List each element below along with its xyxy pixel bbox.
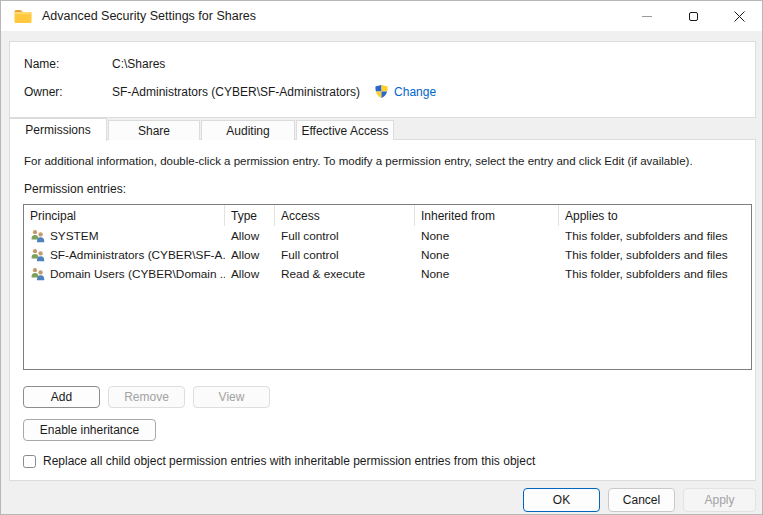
cell-applies-to: This folder, subfolders and files (559, 264, 751, 283)
ok-button[interactable]: OK (523, 488, 600, 512)
cell-access: Full control (275, 245, 415, 264)
view-button[interactable]: View (193, 386, 270, 408)
apply-button[interactable]: Apply (683, 488, 756, 512)
column-header-inherited-from[interactable]: Inherited from (415, 205, 559, 226)
owner-label: Owner: (24, 85, 112, 99)
name-label: Name: (24, 57, 112, 71)
table-header-row: Principal Type Access Inherited from App… (24, 205, 751, 226)
users-group-icon (30, 248, 46, 262)
table-row[interactable]: SYSTEM Allow Full control None This fold… (24, 226, 751, 245)
cancel-button[interactable]: Cancel (608, 488, 675, 512)
replace-child-permissions-label: Replace all child object permission entr… (43, 454, 535, 468)
change-owner-link[interactable]: Change (394, 85, 436, 99)
close-icon (734, 11, 745, 22)
tab-effective-access[interactable]: Effective Access (296, 120, 394, 140)
column-header-applies-to[interactable]: Applies to (559, 205, 751, 226)
permission-entries-label: Permission entries: (24, 182, 126, 196)
tab-share[interactable]: Share (108, 120, 200, 140)
add-button[interactable]: Add (23, 386, 100, 408)
cell-type: Allow (225, 264, 275, 283)
tab-auditing[interactable]: Auditing (201, 120, 295, 140)
cell-principal: Domain Users (CYBER\Domain ... (50, 267, 225, 281)
column-header-access[interactable]: Access (275, 205, 415, 226)
cell-type: Allow (225, 245, 275, 264)
users-group-icon (30, 229, 46, 243)
users-group-icon (30, 267, 46, 281)
column-header-type[interactable]: Type (225, 205, 275, 226)
cell-inherited-from: None (415, 245, 559, 264)
cell-inherited-from: None (415, 226, 559, 245)
folder-icon (14, 9, 32, 24)
info-text: For additional information, double-click… (24, 155, 745, 167)
name-value: C:\Shares (112, 57, 165, 71)
title-bar: Advanced Security Settings for Shares (1, 1, 762, 31)
cell-principal: SYSTEM (50, 229, 99, 243)
maximize-icon (689, 12, 698, 21)
remove-button[interactable]: Remove (108, 386, 185, 408)
cell-access: Full control (275, 226, 415, 245)
cell-inherited-from: None (415, 264, 559, 283)
minimize-icon (642, 16, 652, 17)
table-row[interactable]: Domain Users (CYBER\Domain ... Allow Rea… (24, 264, 751, 283)
minimize-button[interactable] (624, 1, 670, 31)
tab-bar: Permissions Share Auditing Effective Acc… (9, 118, 395, 140)
window-title: Advanced Security Settings for Shares (42, 9, 256, 23)
tab-permissions[interactable]: Permissions (9, 118, 107, 141)
column-header-principal[interactable]: Principal (24, 205, 225, 226)
maximize-button[interactable] (670, 1, 716, 31)
close-button[interactable] (716, 1, 762, 31)
cell-applies-to: This folder, subfolders and files (559, 226, 751, 245)
cell-principal: SF-Administrators (CYBER\SF-A... (50, 248, 225, 262)
cell-applies-to: This folder, subfolders and files (559, 245, 751, 264)
replace-child-permissions-checkbox[interactable] (23, 455, 36, 468)
advanced-security-settings-dialog: Advanced Security Settings for Shares Na… (0, 0, 763, 515)
cell-access: Read & execute (275, 264, 415, 283)
cell-type: Allow (225, 226, 275, 245)
table-row[interactable]: SF-Administrators (CYBER\SF-A... Allow F… (24, 245, 751, 264)
enable-inheritance-button[interactable]: Enable inheritance (23, 419, 156, 441)
uac-shield-icon (374, 84, 389, 99)
object-header-panel: Name: C:\Shares Owner: SF-Administrators… (9, 41, 756, 118)
owner-value: SF-Administrators (CYBER\SF-Administrato… (112, 85, 360, 99)
permission-entries-table[interactable]: Principal Type Access Inherited from App… (23, 204, 752, 370)
replace-child-permissions-row: Replace all child object permission entr… (23, 454, 535, 468)
permissions-tab-panel: For additional information, double-click… (9, 139, 756, 481)
